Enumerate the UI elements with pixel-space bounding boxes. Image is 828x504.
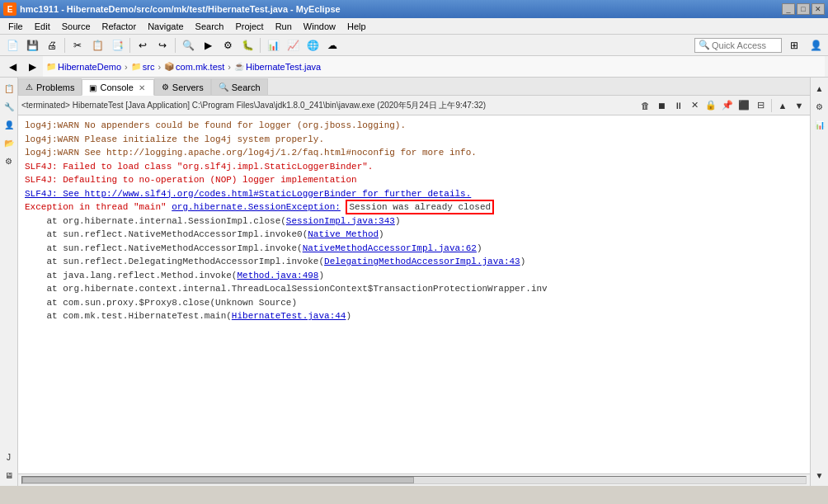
minimize-button[interactable]: _: [782, 3, 795, 15]
breadcrumb-item-file[interactable]: ☕HibernateTest.java: [234, 62, 321, 72]
menu-run[interactable]: Run: [271, 20, 297, 33]
new-button[interactable]: 📄: [3, 36, 21, 54]
redo-button[interactable]: ↪: [153, 36, 172, 54]
console-maximize-btn[interactable]: ⬛: [736, 98, 751, 113]
console-terminated-info: <terminated> HibernateTest [Java Applica…: [21, 100, 636, 111]
quick-access-input[interactable]: [712, 40, 778, 50]
stacktrace-4-prefix: at sun.reflect.DelegatingMethodAccessorI…: [25, 257, 324, 266]
toolbar-1: 📄 💾 🖨 ✂ 📋 📑 ↩ ↪ 🔍 ▶ ⚙ 🐛 📊 📈 🌐 ☁ 🔍 ⊞ 👤: [0, 35, 828, 56]
toolbar-view-btn[interactable]: ⊞: [785, 36, 803, 54]
toolbar-btn-10[interactable]: ▶: [199, 36, 217, 54]
toolbar-btn-12[interactable]: 🐛: [238, 36, 256, 54]
slf4j-link[interactable]: SLF4J: See http://www.slf4j.org/codes.ht…: [25, 189, 471, 199]
sidebar-icon-4[interactable]: 📂: [2, 135, 16, 150]
scrollbar-track-h[interactable]: [21, 476, 807, 484]
exception-link[interactable]: org.hibernate.SessionException:: [172, 202, 341, 212]
breadcrumb-item-package[interactable]: 📦com.mk.test: [164, 62, 224, 72]
content-area: ⚠ Problems ▣ Console ✕ ⚙ Servers 🔍 Searc…: [18, 78, 810, 486]
horizontal-scrollbar[interactable]: [18, 473, 810, 486]
right-sidebar-icon-4[interactable]: ▼: [812, 468, 827, 483]
maximize-button[interactable]: □: [797, 3, 810, 15]
sidebar-icon-2[interactable]: 🔧: [2, 99, 16, 114]
tab-problems[interactable]: ⚠ Problems: [18, 78, 82, 95]
console-arrow-up[interactable]: ▲: [775, 98, 790, 113]
stacktrace-5-link[interactable]: Method.java:498: [237, 271, 318, 280]
console-pin-btn[interactable]: 📌: [720, 98, 735, 113]
console-pause-btn[interactable]: ⏸: [670, 98, 685, 113]
sidebar-icon-bottom-2[interactable]: 🖥: [2, 468, 16, 483]
stacktrace-3-link[interactable]: NativeMethodAccessorImpl.java:62: [303, 243, 477, 253]
log-warn-2: log4j:WARN Please initialize the log4j s…: [25, 134, 324, 144]
back-button[interactable]: ◀: [3, 58, 21, 76]
menu-navigate[interactable]: Navigate: [143, 20, 188, 33]
toolbar-btn-9[interactable]: 🔍: [179, 36, 197, 54]
sep-3: [175, 38, 176, 53]
breadcrumb-item-project[interactable]: 📁HibernateDemo: [46, 62, 121, 72]
exception-prefix: Exception in thread "main": [25, 202, 172, 212]
toolbar-right: 🔍 ⊞ 👤: [694, 36, 825, 54]
right-sidebar-icon-2[interactable]: ⚙: [812, 99, 827, 114]
menu-edit[interactable]: Edit: [30, 20, 55, 33]
sidebar-icon-bottom-1[interactable]: J: [2, 450, 16, 464]
tab-console[interactable]: ▣ Console ✕: [82, 79, 153, 96]
menu-help[interactable]: Help: [342, 20, 371, 33]
stacktrace-6: at org.hibernate.context.internal.Thread…: [25, 284, 548, 294]
log-line-3: log4j:WARN See http://logging.apache.org…: [25, 146, 803, 160]
menu-window[interactable]: Window: [299, 20, 341, 33]
title-bar: E hmc1911 - HibernateDemo/src/com/mk/tes…: [0, 0, 828, 18]
right-sidebar-icon-3[interactable]: 📊: [812, 117, 827, 132]
tab-search[interactable]: 🔍 Search: [211, 78, 268, 95]
breadcrumb-item-src[interactable]: 📁src: [131, 62, 155, 72]
sidebar-icon-1[interactable]: 📋: [2, 81, 16, 96]
console-output[interactable]: log4j:WARN No appenders could be found f…: [18, 115, 810, 473]
toolbar-btn-14[interactable]: 📈: [284, 36, 302, 54]
toolbar-btn-15[interactable]: 🌐: [303, 36, 322, 54]
console-clear-btn[interactable]: 🗑: [637, 98, 652, 113]
undo-button[interactable]: ↩: [134, 36, 152, 54]
stacktrace-5-suffix: ): [318, 271, 324, 280]
stacktrace-1-link[interactable]: SessionImpl.java:343: [286, 216, 395, 226]
sep-1: [64, 38, 65, 53]
log-line-11: at sun.reflect.DelegatingMethodAccessorI…: [25, 255, 803, 269]
stacktrace-8-prefix: at com.mk.test.HibernateTest.main(: [25, 311, 232, 321]
stacktrace-2-suffix: ): [379, 229, 384, 239]
stacktrace-8-link[interactable]: HibernateTest.java:44: [232, 311, 346, 321]
scrollbar-thumb-h[interactable]: [22, 477, 414, 483]
toolbar-btn-5[interactable]: 📋: [88, 36, 106, 54]
tab-servers[interactable]: ⚙ Servers: [154, 78, 211, 95]
log-line-12: at java.lang.reflect.Method.invoke(Metho…: [25, 269, 803, 283]
log-line-2: log4j:WARN Please initialize the log4j s…: [25, 133, 803, 147]
tab-console-close[interactable]: ✕: [137, 82, 147, 92]
menu-file[interactable]: File: [3, 20, 28, 33]
toolbar-btn-3[interactable]: 🖨: [43, 36, 61, 54]
stacktrace-4-link[interactable]: DelegatingMethodAccessorImpl.java:43: [324, 257, 520, 266]
log-line-15: at com.mk.test.HibernateTest.main(Hibern…: [25, 309, 803, 323]
menu-refactor[interactable]: Refactor: [97, 20, 142, 33]
toolbar-btn-4[interactable]: ✂: [68, 36, 87, 54]
forward-button[interactable]: ▶: [23, 58, 41, 76]
toolbar-user-btn[interactable]: 👤: [807, 36, 825, 54]
console-layout-btn[interactable]: ⊟: [753, 98, 768, 113]
toolbar-btn-16[interactable]: ☁: [323, 36, 341, 54]
toolbar-btn-6[interactable]: 📑: [108, 36, 126, 54]
stacktrace-2-link[interactable]: Native Method: [308, 229, 379, 239]
toolbar-btn-2[interactable]: 💾: [23, 36, 41, 54]
menu-project[interactable]: Project: [230, 20, 268, 33]
close-button[interactable]: ✕: [812, 3, 825, 15]
toolbar-btn-11[interactable]: ⚙: [219, 36, 237, 54]
menu-source[interactable]: Source: [57, 20, 96, 33]
sidebar-icon-3[interactable]: 👤: [2, 117, 16, 132]
console-stop-btn[interactable]: ⏹: [654, 98, 669, 113]
log-line-5: SLF4J: Defaulting to no-operation (NOP) …: [25, 173, 803, 187]
menu-search[interactable]: Search: [191, 20, 229, 33]
stacktrace-2-prefix: at sun.reflect.NativeMethodAccessorImpl.…: [25, 229, 308, 239]
sidebar-icon-5[interactable]: ⚙: [2, 153, 16, 168]
right-sidebar-icon-1[interactable]: ▲: [812, 81, 827, 96]
quick-access-box[interactable]: 🔍: [694, 38, 782, 53]
console-arrow-down[interactable]: ▼: [792, 98, 807, 113]
console-terminate-btn[interactable]: ✕: [687, 98, 702, 113]
toolbar-btn-13[interactable]: 📊: [264, 36, 282, 54]
console-scroll-lock-btn[interactable]: 🔒: [703, 98, 718, 113]
window-controls[interactable]: _ □ ✕: [782, 3, 825, 15]
log-warn-1: log4j:WARN No appenders could be found f…: [25, 120, 406, 130]
